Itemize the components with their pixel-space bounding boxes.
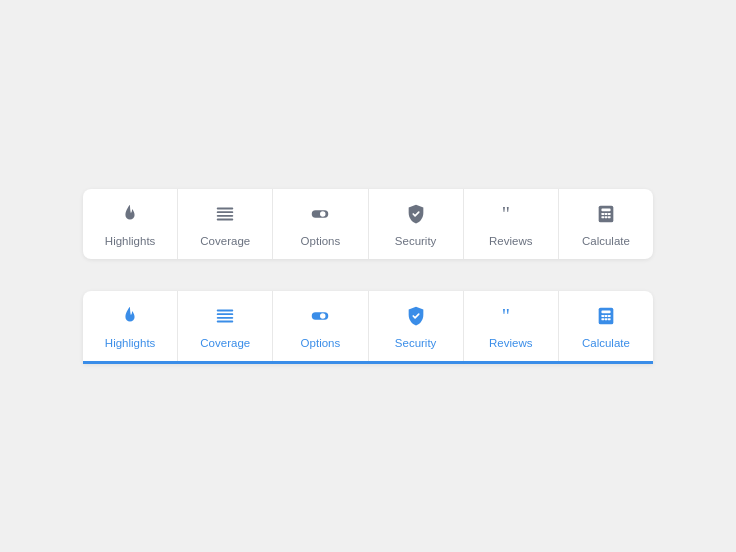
tab-bar-active: Highlights Coverage Options	[83, 291, 653, 364]
tab-options-active[interactable]: Options	[273, 291, 368, 361]
svg-rect-23	[601, 310, 610, 313]
tab-coverage-inactive-label: Coverage	[200, 235, 250, 247]
toggle-icon-active	[309, 305, 331, 331]
flame-icon-active	[119, 305, 141, 331]
shield-icon-active	[405, 305, 427, 331]
calc-icon-active	[595, 305, 617, 331]
svg-rect-10	[605, 213, 608, 215]
svg-rect-11	[608, 213, 611, 215]
shield-icon	[405, 203, 427, 229]
svg-rect-18	[217, 320, 234, 322]
tab-calculate-active[interactable]: Calculate	[559, 291, 653, 361]
svg-rect-0	[217, 207, 234, 209]
svg-rect-1	[217, 211, 234, 213]
tab-security-active-label: Security	[395, 337, 437, 349]
svg-rect-14	[608, 216, 611, 218]
list-icon	[214, 203, 236, 229]
svg-rect-12	[601, 216, 604, 218]
flame-icon	[119, 203, 141, 229]
tab-coverage-inactive[interactable]: Coverage	[178, 189, 273, 259]
svg-rect-25	[605, 315, 608, 317]
tab-calculate-inactive-label: Calculate	[582, 235, 630, 247]
svg-point-20	[320, 313, 326, 319]
svg-text:": "	[502, 203, 510, 225]
calc-icon	[595, 203, 617, 229]
svg-text:": "	[502, 305, 510, 327]
tab-reviews-inactive-label: Reviews	[489, 235, 532, 247]
toggle-icon	[309, 203, 331, 229]
tab-security-inactive[interactable]: Security	[369, 189, 464, 259]
svg-rect-2	[217, 214, 234, 216]
tab-calculate-active-label: Calculate	[582, 337, 630, 349]
tab-coverage-active[interactable]: Coverage	[178, 291, 273, 361]
svg-rect-24	[601, 315, 604, 317]
tab-reviews-inactive[interactable]: " Reviews	[464, 189, 559, 259]
svg-rect-3	[217, 218, 234, 220]
svg-rect-9	[601, 213, 604, 215]
tab-highlights-inactive[interactable]: Highlights	[83, 189, 178, 259]
tab-security-inactive-label: Security	[395, 235, 437, 247]
svg-rect-26	[608, 315, 611, 317]
tab-options-inactive-label: Options	[301, 235, 341, 247]
tab-calculate-inactive[interactable]: Calculate	[559, 189, 653, 259]
tab-bar-inactive: Highlights Coverage Options	[83, 189, 653, 259]
list-icon-active	[214, 305, 236, 331]
tab-security-active[interactable]: Security	[369, 291, 464, 361]
tab-highlights-active-label: Highlights	[105, 337, 156, 349]
svg-rect-29	[608, 318, 611, 320]
svg-rect-17	[217, 316, 234, 318]
svg-rect-16	[217, 313, 234, 315]
tab-options-inactive[interactable]: Options	[273, 189, 368, 259]
svg-rect-28	[605, 318, 608, 320]
svg-point-5	[320, 211, 326, 217]
svg-rect-15	[217, 309, 234, 311]
tab-reviews-active-label: Reviews	[489, 337, 532, 349]
quote-icon-active: "	[500, 305, 522, 331]
svg-rect-27	[601, 318, 604, 320]
tab-options-active-label: Options	[301, 337, 341, 349]
svg-rect-13	[605, 216, 608, 218]
tab-highlights-inactive-label: Highlights	[105, 235, 156, 247]
svg-rect-8	[601, 208, 610, 211]
quote-icon: "	[500, 203, 522, 229]
tab-reviews-active[interactable]: " Reviews	[464, 291, 559, 361]
tab-coverage-active-label: Coverage	[200, 337, 250, 349]
tab-highlights-active[interactable]: Highlights	[83, 291, 178, 361]
